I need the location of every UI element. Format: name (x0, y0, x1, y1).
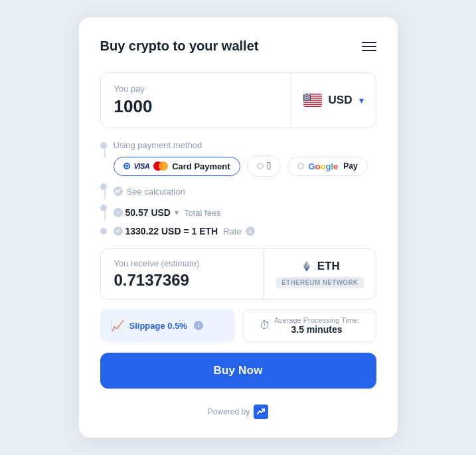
page-title: Buy crypto to your wallet (100, 39, 259, 54)
svg-point-30 (309, 98, 309, 98)
line-connector-3 (104, 211, 106, 221)
eth-label: ETH (317, 260, 340, 273)
see-calculation-label: See calculation (127, 187, 185, 197)
payment-methods-list: VISA Card Payment  Google Pay (114, 155, 376, 177)
card-payment-button[interactable]: VISA Card Payment (114, 157, 240, 176)
svg-point-13 (304, 95, 305, 96)
powered-by-label: Powered by (208, 407, 250, 416)
fees-dropdown-icon[interactable]: ▾ (175, 208, 179, 217)
processing-time-box: ⏱ Average Processing Time: 3.5 minutes (243, 309, 376, 342)
svg-point-29 (307, 98, 308, 98)
gpay-icon: Google (308, 161, 338, 171)
svg-point-33 (307, 99, 307, 100)
processing-inner: ⏱ Average Processing Time: 3.5 minutes (260, 316, 359, 335)
svg-point-18 (305, 96, 305, 96)
clock-icon: ⏱ (260, 319, 270, 331)
svg-point-25 (308, 97, 309, 98)
svg-point-35 (303, 100, 304, 100)
mastercard-logo (153, 161, 168, 171)
svg-point-9 (305, 94, 305, 95)
powered-by: Powered by (100, 405, 376, 419)
slippage-info-icon[interactable]: i (194, 321, 203, 330)
eth-selector: ETH ETHEREUM NETWORK (264, 249, 375, 299)
svg-point-14 (305, 95, 306, 96)
card-payment-label: Card Payment (172, 161, 230, 171)
visa-logo: VISA (134, 162, 150, 170)
chart-icon (114, 187, 123, 196)
svg-point-38 (307, 100, 308, 100)
svg-point-10 (306, 94, 307, 95)
rate-label: Rate (223, 227, 241, 236)
apple-icon:  (268, 160, 272, 172)
rate-text: 1330.22 USD = 1 ETH (125, 226, 218, 236)
svg-point-28 (306, 98, 307, 98)
plus-icon: + (114, 227, 123, 236)
you-receive-box: You receive (estimate) 0.7137369 ETH ETH… (100, 248, 376, 300)
svg-point-16 (308, 95, 309, 96)
dot-connector-3 (100, 205, 107, 211)
svg-marker-43 (307, 261, 310, 266)
you-receive-left: You receive (estimate) 0.7137369 (101, 249, 264, 299)
payment-method-label: Using payment method (114, 140, 376, 150)
line-connector (104, 149, 106, 158)
processing-time: 3.5 minutes (274, 324, 359, 335)
svg-point-39 (309, 100, 309, 100)
you-pay-box: You pay 1000 (100, 72, 376, 128)
svg-point-8 (303, 94, 304, 95)
you-receive-amount: 0.7137369 (114, 271, 251, 290)
powered-by-logo (254, 405, 268, 419)
you-receive-label: You receive (estimate) (114, 258, 251, 268)
buy-now-button[interactable]: Buy Now (100, 353, 376, 389)
svg-point-11 (307, 94, 308, 95)
slippage-box[interactable]: 📈 Slippage 0.5% i (100, 309, 235, 342)
apple-radio (257, 163, 264, 169)
svg-point-31 (304, 99, 305, 100)
network-badge: ETHEREUM NETWORK (276, 277, 363, 288)
header: Buy crypto to your wallet (100, 39, 376, 54)
see-calculation-row: See calculation (100, 183, 376, 199)
bottom-info-row: 📈 Slippage 0.5% i ⏱ Average Processing T… (100, 309, 376, 342)
chevron-down-icon: ▾ (359, 95, 364, 106)
see-calculation-button[interactable]: See calculation (114, 187, 185, 197)
slippage-text: Slippage 0.5% (129, 321, 187, 331)
processing-label: Average Processing Time: (274, 316, 359, 324)
minus-icon: − (114, 208, 123, 217)
fees-label: Total fees (184, 208, 221, 218)
svg-point-26 (303, 98, 304, 98)
card-radio (123, 163, 130, 169)
svg-point-23 (305, 97, 306, 98)
apple-pay-button[interactable]:  (247, 155, 281, 177)
slippage-chart-icon: 📈 (111, 319, 124, 332)
fees-info: − 50.57 USD ▾ Total fees (114, 207, 221, 218)
google-pay-button[interactable]: Google Pay (287, 157, 367, 176)
you-pay-amount[interactable]: 1000 (114, 96, 278, 117)
eth-currency-row: ETH (300, 260, 340, 273)
svg-point-21 (309, 96, 309, 96)
payment-method-section: Using payment method VISA Card Payment  (100, 140, 376, 177)
svg-point-37 (306, 100, 307, 100)
eth-icon (300, 260, 313, 273)
line-connector-2 (104, 190, 106, 199)
currency-label: USD (329, 94, 353, 107)
gpay-label: Pay (343, 161, 357, 171)
svg-point-12 (309, 94, 309, 95)
rate-row: + 1330.22 USD = 1 ETH Rate i (100, 226, 376, 236)
rate-info: + 1330.22 USD = 1 ETH Rate i (114, 226, 255, 236)
svg-point-34 (308, 99, 309, 100)
svg-point-27 (305, 98, 305, 98)
svg-rect-5 (303, 103, 322, 104)
svg-point-19 (306, 96, 307, 96)
currency-selector[interactable]: USD ▾ (291, 73, 376, 128)
gpay-radio (297, 163, 304, 169)
fees-row: − 50.57 USD ▾ Total fees (100, 205, 376, 221)
svg-marker-44 (303, 261, 307, 266)
you-pay-label: You pay (114, 84, 278, 94)
menu-button[interactable] (362, 42, 376, 51)
svg-point-36 (305, 100, 305, 100)
svg-point-22 (304, 97, 305, 98)
svg-rect-4 (303, 101, 322, 102)
fees-amount: 50.57 USD (125, 207, 171, 218)
rate-info-icon[interactable]: i (246, 227, 255, 236)
svg-rect-6 (303, 105, 322, 106)
dot-connector-4 (100, 228, 107, 234)
